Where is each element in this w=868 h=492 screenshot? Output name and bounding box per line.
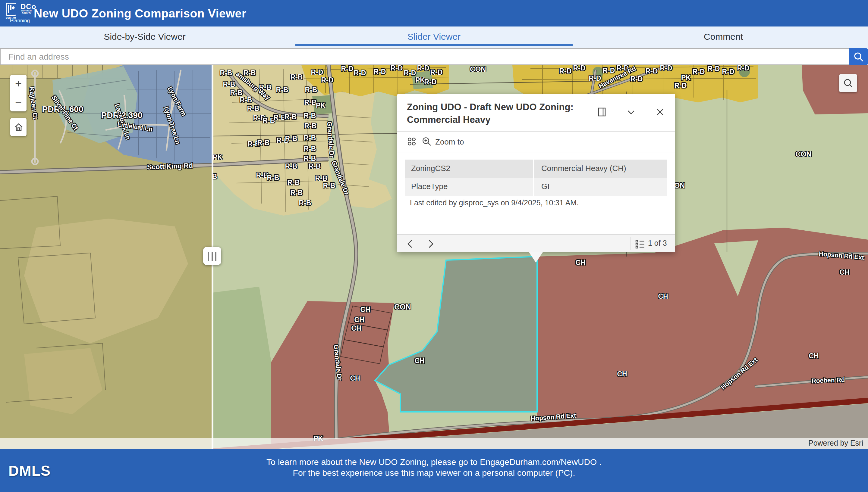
tab-comment[interactable]: Comment <box>579 26 868 48</box>
footer-line-1: To learn more about the New UDO Zoning, … <box>0 457 868 468</box>
county-logo-text: DURHAM COUNTY <box>19 10 34 15</box>
chevron-down-icon[interactable] <box>626 107 636 117</box>
zoom-out-button[interactable]: − <box>10 93 26 112</box>
popup-footer: 1 of 3 <box>397 234 675 252</box>
field-value: GI <box>534 178 667 196</box>
previous-feature-button[interactable] <box>404 238 417 250</box>
popup-title: Zoning UDO - Draft New UDO Zoning: Comme… <box>407 101 592 126</box>
esri-attribution: Powered by Esri <box>0 438 868 449</box>
tab-side-by-side-viewer[interactable]: Side-by-Side Viewer <box>0 26 289 48</box>
active-tab-underline <box>295 44 573 46</box>
next-feature-button[interactable] <box>424 238 437 250</box>
map-search-icon <box>843 78 853 88</box>
pagination-count: 1 of 3 <box>648 235 667 252</box>
search-icon <box>853 51 864 62</box>
logo-dept-label: Planning <box>6 18 34 24</box>
feature-menu-icon[interactable] <box>407 137 417 146</box>
search-button[interactable] <box>849 48 868 65</box>
popup-pointer <box>529 252 543 263</box>
popup-action-bar: Zoom to <box>397 132 675 152</box>
footer-divider <box>631 237 631 250</box>
page-title: New UDO Zoning Comparison Viewer <box>34 0 247 26</box>
last-edited-text: Last edited by gisproc_sys on 9/4/2025, … <box>410 199 579 207</box>
address-search-bar <box>0 48 868 65</box>
app-root: CITY OF DURHAM DCo DURHAM COUNTY Plannin… <box>0 0 868 492</box>
zoom-to-button[interactable]: Zoom to <box>435 132 464 152</box>
map-search-button[interactable] <box>839 74 857 92</box>
home-icon <box>14 122 23 132</box>
zoom-to-icon <box>422 137 431 146</box>
field-name: PlaceType <box>405 178 533 196</box>
search-input[interactable] <box>0 48 849 65</box>
home-button[interactable] <box>10 118 26 136</box>
footer-line-2: For the best experience use this map vie… <box>0 468 868 478</box>
page-footer: DMLS To learn more about the New UDO Zon… <box>0 449 868 492</box>
zoom-in-button[interactable]: + <box>10 75 26 93</box>
dock-icon[interactable] <box>597 107 607 117</box>
table-row: ZoningCS2 Commercial Heavy (CH) <box>405 159 667 178</box>
field-name: ZoningCS2 <box>405 159 533 178</box>
table-row: PlaceType GI <box>405 178 667 196</box>
feature-list-icon[interactable] <box>635 239 645 249</box>
swipe-slider-handle[interactable] <box>203 247 221 265</box>
field-value: Commercial Heavy (CH) <box>534 159 667 178</box>
zoom-control: + − <box>10 75 26 112</box>
feature-popup: Zoning UDO - Draft New UDO Zoning: Comme… <box>397 94 675 252</box>
close-icon[interactable] <box>655 107 665 117</box>
footer-text: To learn more about the New UDO Zoning, … <box>0 457 868 478</box>
city-of-durham-icon <box>6 3 16 16</box>
app-header: CITY OF DURHAM DCo DURHAM COUNTY Plannin… <box>0 0 868 26</box>
logo-divider <box>18 3 19 16</box>
